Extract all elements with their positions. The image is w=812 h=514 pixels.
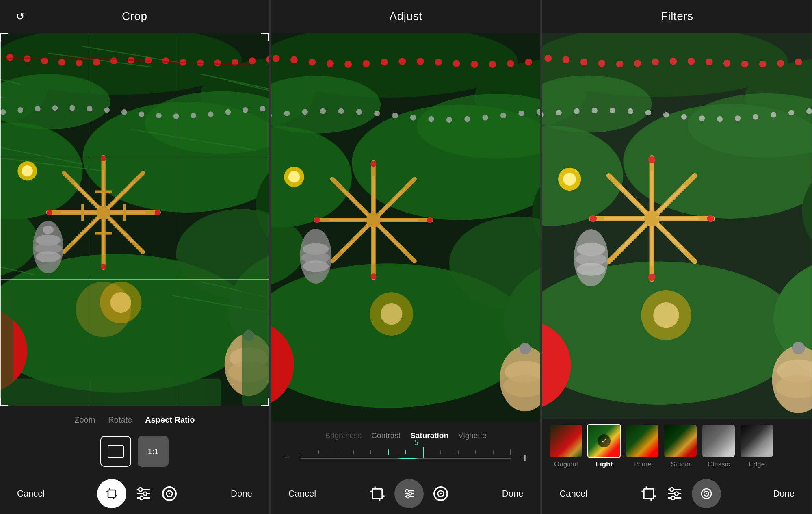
crop-tab-rotate[interactable]: Rotate bbox=[108, 414, 132, 426]
crop-image-area[interactable] bbox=[0, 33, 269, 406]
svg-point-102 bbox=[22, 165, 33, 176]
svg-point-204 bbox=[370, 273, 376, 279]
svg-point-44 bbox=[214, 59, 221, 66]
adjust-crop-button[interactable] bbox=[368, 485, 386, 503]
filters-sliders-button[interactable] bbox=[666, 485, 684, 503]
adjust-panel: Adjust bbox=[271, 0, 541, 514]
svg-point-125 bbox=[143, 492, 147, 496]
svg-point-336 bbox=[675, 492, 678, 496]
filters-image-area[interactable] bbox=[542, 33, 812, 419]
adjust-tab-contrast[interactable]: Contrast bbox=[371, 429, 401, 442]
filter-thumb-img-prime bbox=[626, 425, 658, 457]
svg-point-210 bbox=[303, 260, 329, 272]
svg-point-161 bbox=[489, 61, 496, 68]
crop-image bbox=[0, 33, 269, 406]
crop-tab-aspect[interactable]: Aspect Ratio bbox=[145, 414, 195, 426]
svg-point-212 bbox=[381, 303, 402, 325]
svg-point-40 bbox=[145, 57, 152, 64]
svg-point-176 bbox=[320, 108, 326, 114]
filter-item-light[interactable]: ✓ Light bbox=[587, 424, 621, 468]
svg-point-179 bbox=[374, 111, 380, 116]
crop-main-button[interactable] bbox=[97, 479, 126, 508]
svg-point-37 bbox=[93, 59, 100, 66]
crop-lens-button[interactable] bbox=[160, 485, 178, 503]
svg-point-34 bbox=[41, 57, 48, 64]
filters-done-button[interactable]: Done bbox=[769, 486, 799, 501]
filter-thumb-light: ✓ bbox=[587, 424, 621, 458]
svg-point-157 bbox=[417, 58, 424, 65]
crop-tab-zoom[interactable]: Zoom bbox=[74, 414, 95, 426]
svg-point-340 bbox=[706, 493, 707, 494]
svg-point-186 bbox=[500, 113, 506, 118]
svg-point-151 bbox=[308, 59, 316, 66]
adjust-tab-vignette[interactable]: Vignette bbox=[458, 429, 486, 442]
crop-freeform-icon bbox=[108, 445, 124, 458]
svg-point-155 bbox=[381, 59, 388, 66]
adjust-lens-icon bbox=[432, 485, 450, 503]
svg-point-124 bbox=[139, 488, 143, 491]
svg-point-97 bbox=[36, 251, 61, 262]
crop-header: ↺ Crop bbox=[0, 0, 269, 33]
filter-label-classic: Classic bbox=[708, 460, 730, 468]
filter-item-original[interactable]: Original bbox=[549, 424, 583, 468]
svg-point-182 bbox=[428, 116, 434, 122]
crop-controls: Zoom Rotate Aspect Ratio 1:1 Cancel bbox=[0, 406, 269, 514]
svg-point-98 bbox=[43, 226, 54, 234]
svg-rect-112 bbox=[242, 275, 269, 406]
adjust-action-bar: Cancel bbox=[271, 473, 541, 514]
svg-point-57 bbox=[17, 107, 23, 113]
svg-point-64 bbox=[139, 111, 145, 117]
svg-point-88 bbox=[47, 210, 52, 215]
svg-point-126 bbox=[140, 496, 143, 500]
svg-point-214 bbox=[288, 171, 300, 182]
filters-lens-icon bbox=[699, 487, 713, 501]
reset-button[interactable]: ↺ bbox=[11, 7, 29, 25]
filter-thumb-classic bbox=[702, 424, 736, 458]
adjust-sliders-icon bbox=[402, 487, 416, 501]
svg-point-160 bbox=[471, 61, 478, 68]
crop-done-button[interactable]: Done bbox=[227, 486, 256, 501]
adjust-tab-brightness[interactable]: Brightness bbox=[325, 429, 362, 442]
adjust-cancel-button[interactable]: Cancel bbox=[284, 486, 320, 501]
crop-ratio-button[interactable]: 1:1 bbox=[138, 436, 169, 467]
svg-point-71 bbox=[260, 106, 266, 112]
slider-plus-button[interactable]: + bbox=[518, 451, 532, 465]
svg-point-110 bbox=[76, 282, 131, 337]
svg-point-85 bbox=[97, 206, 110, 219]
svg-point-36 bbox=[76, 59, 83, 66]
svg-point-65 bbox=[156, 113, 162, 119]
svg-point-221 bbox=[519, 343, 531, 354]
crop-sliders-button[interactable] bbox=[134, 485, 152, 503]
adjust-crop-icon bbox=[368, 485, 386, 503]
filter-thumb-img-edge bbox=[741, 425, 773, 457]
filters-crop-button[interactable] bbox=[640, 485, 658, 503]
svg-point-153 bbox=[344, 61, 352, 68]
filter-item-prime[interactable]: Prime bbox=[625, 424, 659, 468]
crop-freeform-button[interactable] bbox=[100, 436, 131, 467]
filters-cancel-button[interactable]: Cancel bbox=[555, 486, 591, 501]
filter-label-light: Light bbox=[596, 460, 613, 468]
svg-point-159 bbox=[453, 60, 460, 67]
slider-container[interactable]: 5 bbox=[301, 450, 511, 466]
slider-minus-button[interactable]: − bbox=[279, 451, 294, 465]
svg-point-231 bbox=[409, 492, 411, 495]
svg-point-177 bbox=[338, 108, 344, 114]
filter-item-studio[interactable]: Studio bbox=[663, 424, 697, 468]
filters-sliders-icon bbox=[666, 485, 684, 503]
svg-point-175 bbox=[302, 109, 307, 115]
adjust-done-button[interactable]: Done bbox=[498, 486, 528, 501]
filter-thumb-prime bbox=[625, 424, 659, 458]
filters-lens-main-button[interactable] bbox=[692, 479, 721, 508]
filter-item-edge[interactable]: Edge bbox=[740, 424, 774, 468]
crop-cancel-button[interactable]: Cancel bbox=[13, 486, 49, 501]
svg-point-68 bbox=[208, 111, 214, 117]
adjust-header: Adjust bbox=[271, 0, 541, 33]
svg-point-87 bbox=[101, 264, 106, 269]
svg-rect-116 bbox=[108, 490, 115, 497]
filter-item-classic[interactable]: Classic bbox=[702, 424, 736, 468]
adjust-image-area[interactable] bbox=[271, 33, 541, 422]
adjust-lens-button[interactable] bbox=[432, 485, 450, 503]
crop-action-bar: Cancel bbox=[0, 473, 269, 514]
adjust-main-button[interactable] bbox=[394, 479, 424, 508]
svg-point-149 bbox=[272, 55, 279, 62]
